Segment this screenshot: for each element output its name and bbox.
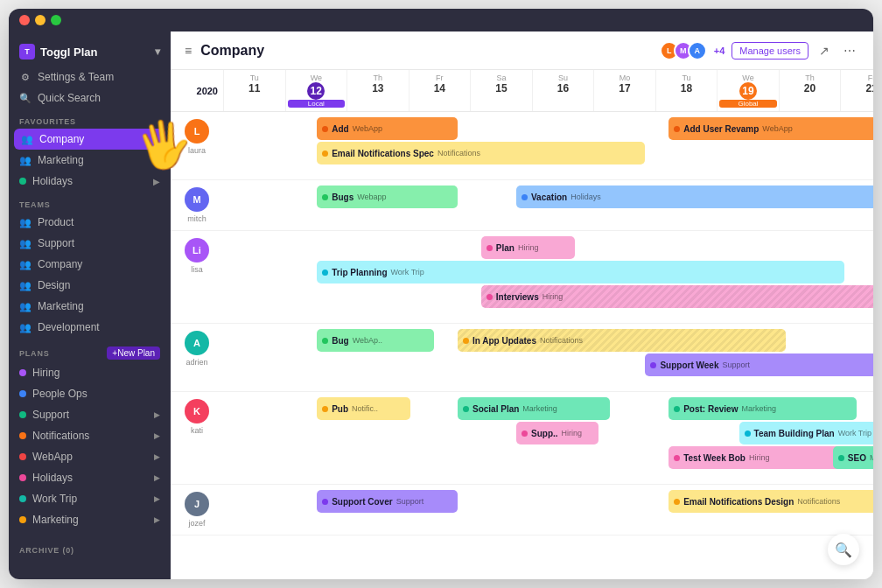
sidebar-plan-marketing[interactable]: Marketing ▶ (9, 509, 171, 530)
task-bar[interactable]: Support CoverSupport (317, 490, 458, 513)
task-dot (650, 362, 656, 368)
peopleops-label: People Ops (32, 388, 88, 400)
task-bar[interactable]: Add User RevampWebApp (668, 117, 873, 140)
task-bar[interactable]: Social PlanMarketing (458, 397, 610, 420)
task-title: Trip Planning (332, 268, 387, 277)
main-layout: T Toggl Plan ▾ ⚙ Settings & Team 🔍 Quick… (9, 32, 873, 579)
sidebar-item-search[interactable]: 🔍 Quick Search (9, 88, 171, 108)
timeline-row: LilisaPlanHiringSupport WeekSupportTrip … (171, 231, 873, 324)
task-bar[interactable]: Email Notifications SpecNotifications (317, 142, 645, 164)
task-bar[interactable]: PubNotific.. (317, 397, 410, 420)
sidebar-mktg-label: Marketing (38, 300, 84, 312)
task-title: Post: Review (683, 404, 738, 414)
content-area: ≡ Company L M A +4 Manage users ↗ ⋯ (171, 32, 873, 579)
sidebar-item-holidays[interactable]: Holidays ▶ (9, 171, 171, 192)
sidebar-item-settings[interactable]: ⚙ Settings & Team (9, 66, 171, 88)
sidebar-item-marketing[interactable]: 👥 Marketing (9, 150, 171, 171)
more-options-button[interactable]: ⋯ (840, 42, 859, 60)
task-title: Supp.. (531, 429, 558, 438)
task-bar[interactable]: Test Week BobHiring (668, 446, 856, 469)
row-content: BugsWebappVacationHolidaysAdd User Imp.W… (223, 180, 873, 215)
sidebar-team-marketing[interactable]: 👥 Marketing (9, 296, 171, 317)
task-dot (322, 126, 328, 132)
team-icon: 👥 (21, 133, 33, 145)
sidebar-plan-hiring[interactable]: Hiring (9, 362, 171, 383)
task-bar[interactable]: Supp..Hiring (516, 422, 598, 444)
task-bar[interactable]: Email Notifications DesignNotifications (668, 490, 873, 513)
task-title: Plan (496, 243, 514, 253)
favourites-label: FAVOURITES (9, 108, 171, 129)
app-window: T Toggl Plan ▾ ⚙ Settings & Team 🔍 Quick… (9, 9, 873, 579)
date-cell-19: We19Global (717, 70, 779, 111)
design-icon: 👥 (19, 279, 32, 291)
task-dot (463, 338, 469, 344)
logo-icon: T (19, 44, 35, 60)
task-dot (745, 430, 751, 437)
trip-arrow: ▶ (154, 494, 160, 503)
sidebar-team-design[interactable]: 👥 Design (9, 275, 171, 296)
sidebar-team-development[interactable]: 👥 Development (9, 317, 171, 338)
sidebar-plan-peopleops[interactable]: People Ops (9, 383, 171, 404)
sidebar-header[interactable]: T Toggl Plan ▾ (9, 40, 171, 66)
sidebar-plan-support[interactable]: Support ▶ (9, 404, 171, 425)
support-plan-label: Support (32, 409, 69, 421)
minimize-button[interactable] (35, 15, 46, 25)
user-avatar: J (185, 492, 209, 516)
task-title: Team Building Plan (754, 429, 835, 438)
timeline-row: LlauraAddWebAppAdd User RevampWebAppEmai… (171, 112, 873, 180)
manage-users-button[interactable]: Manage users (732, 42, 808, 60)
task-bar[interactable]: In App UpdatesNotifications (458, 329, 786, 352)
task-dot (674, 455, 680, 461)
maximize-button[interactable] (51, 15, 61, 25)
row-user-lisa: Lilisa (171, 231, 223, 281)
close-button[interactable] (19, 15, 30, 25)
task-subtitle: WebApp (353, 124, 382, 133)
plans-header: PLANS +New Plan (9, 338, 171, 362)
sidebar-plan-notifications[interactable]: Notifications ▶ (9, 425, 171, 446)
share-button[interactable]: ↗ (816, 42, 833, 60)
avatar-3: A (688, 41, 707, 60)
peopleops-dot (19, 390, 26, 397)
task-bar[interactable]: Trip PlanningWork Trip (317, 261, 844, 284)
task-bar[interactable]: PlanHiring (481, 236, 575, 259)
task-subtitle: Notifications (540, 336, 583, 345)
user-avatar: A (185, 331, 209, 355)
task-bar[interactable]: InterviewsHiring (481, 285, 873, 308)
task-bar[interactable]: Team Building PlanWork Trip (739, 422, 873, 444)
task-bar[interactable]: VacationHolidays (516, 186, 873, 208)
task-bar[interactable]: SEOMarketing (833, 446, 873, 469)
sidebar-team-product[interactable]: 👥 Product (9, 212, 171, 233)
timeline-row: MmitchBugsWebappVacationHolidaysAdd User… (171, 180, 873, 231)
task-bar[interactable]: Post: ReviewMarketing (668, 397, 856, 420)
sidebar-item-company[interactable]: 👥 Company (14, 129, 165, 150)
sidebar-holidays-label: Holidays (32, 175, 73, 187)
task-bar[interactable]: Support WeekSupport (645, 354, 873, 376)
sidebar-plan-holidays[interactable]: Holidays ▶ (9, 467, 171, 488)
date-cell-18: Tu18 (655, 70, 718, 111)
product-icon: 👥 (19, 216, 32, 228)
task-title: Pub (332, 404, 348, 414)
hol-label: Holidays (32, 472, 73, 484)
sidebar-team-company[interactable]: 👥 Company (9, 254, 171, 275)
sidebar-plan-webapp[interactable]: WebApp ▶ (9, 446, 171, 467)
date-cell-14: Fr14 (409, 70, 471, 111)
chevron-down-icon[interactable]: ▾ (155, 46, 160, 58)
sidebar-plan-worktrip[interactable]: Work Trip ▶ (9, 488, 171, 509)
sidebar: T Toggl Plan ▾ ⚙ Settings & Team 🔍 Quick… (9, 32, 171, 579)
task-bar[interactable]: BugWebAp.. (317, 329, 434, 352)
user-avatar: M (185, 187, 209, 212)
task-bar[interactable]: BugsWebapp (317, 186, 458, 208)
date-cells: Tu11We12LocalTh13Fr14Sa15Su16Mo17Tu18We1… (223, 70, 873, 111)
sidebar-team-support[interactable]: 👥 Support (9, 233, 171, 254)
row-user-mitch: Mmitch (171, 180, 223, 230)
timeline-area[interactable]: 2020 Tu11We12LocalTh13Fr14Sa15Su16Mo17Tu… (171, 70, 873, 579)
new-plan-button[interactable]: +New Plan (107, 346, 160, 360)
user-name: jozef (188, 519, 205, 528)
row-content: PubNotific..Social PlanMarketingPost: Re… (223, 392, 873, 476)
task-dot (463, 406, 469, 412)
page-title: Company (200, 43, 264, 59)
year-label: 2020 (171, 79, 223, 103)
zoom-button[interactable]: 🔍 (828, 534, 859, 565)
task-bar[interactable]: AddWebApp (317, 117, 458, 140)
dev-icon: 👥 (19, 321, 32, 333)
